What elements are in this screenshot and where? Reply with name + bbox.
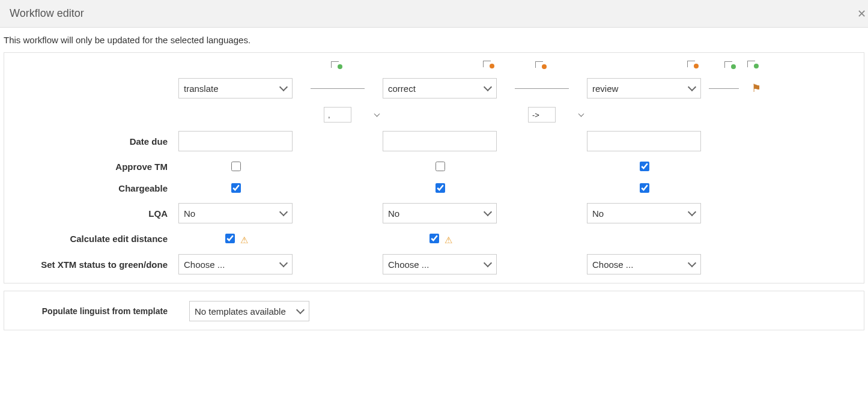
approve-tm-checkbox[interactable]: [640, 162, 649, 171]
populate-template-select[interactable]: No templates available: [189, 301, 309, 321]
connector-line: [311, 88, 365, 89]
lqa-select[interactable]: No: [383, 203, 497, 223]
label-chargeable: Chargeable: [10, 183, 178, 193]
chargeable-checkbox[interactable]: [640, 183, 649, 193]
set-status-select[interactable]: Choose ...: [587, 254, 701, 274]
calc-edit-checkbox[interactable]: [225, 234, 235, 243]
remove-step-icon[interactable]: [483, 61, 494, 67]
header-bar: Workflow editor ✕: [0, 0, 868, 28]
label-set-status: Set XTM status to green/done: [10, 259, 178, 270]
finish-flag-icon[interactable]: ⚑: [751, 82, 761, 95]
connector-line: [515, 88, 569, 89]
approve-tm-checkbox[interactable]: [231, 162, 241, 171]
lqa-select[interactable]: No: [178, 203, 293, 223]
connector-line: [709, 88, 739, 89]
label-lqa: LQA: [10, 208, 178, 219]
approve-tm-checkbox[interactable]: [436, 162, 445, 171]
close-icon[interactable]: ✕: [857, 7, 866, 20]
warning-icon: ⚠: [240, 235, 248, 245]
set-status-select[interactable]: Choose ...: [178, 254, 293, 274]
label-approve-tm: Approve TM: [10, 162, 178, 172]
populate-panel: Populate linguist from template No templ…: [4, 291, 864, 330]
step-select-review[interactable]: review: [587, 78, 701, 98]
step-select-translate[interactable]: translate: [178, 78, 293, 98]
workflow-panel: translate correct review ⚑: [4, 52, 864, 283]
label-date-due: Date due: [10, 136, 178, 147]
warning-icon: ⚠: [445, 235, 452, 245]
add-step-icon[interactable]: [724, 61, 736, 68]
calc-edit-checkbox[interactable]: [429, 234, 439, 243]
notice-text: This workflow will only be updated for t…: [0, 28, 868, 50]
connector-select-2[interactable]: ->: [528, 107, 556, 123]
chargeable-checkbox[interactable]: [231, 183, 241, 193]
date-due-input[interactable]: [383, 131, 497, 151]
remove-step-icon[interactable]: [687, 61, 699, 67]
label-calc-edit: Calculate edit distance: [10, 234, 178, 244]
page-title: Workflow editor: [10, 7, 84, 19]
label-populate: Populate linguist from template: [10, 306, 178, 317]
date-due-input[interactable]: [587, 131, 701, 151]
lqa-select[interactable]: No: [587, 203, 701, 223]
add-step-icon[interactable]: [747, 61, 759, 67]
add-step-icon[interactable]: [331, 61, 342, 68]
connector-select-1[interactable]: ,: [324, 107, 351, 123]
chargeable-checkbox[interactable]: [436, 183, 445, 193]
date-due-input[interactable]: [178, 131, 293, 151]
step-select-correct[interactable]: correct: [383, 78, 497, 98]
set-status-select[interactable]: Choose ...: [383, 254, 497, 274]
remove-step-icon[interactable]: [535, 61, 547, 68]
